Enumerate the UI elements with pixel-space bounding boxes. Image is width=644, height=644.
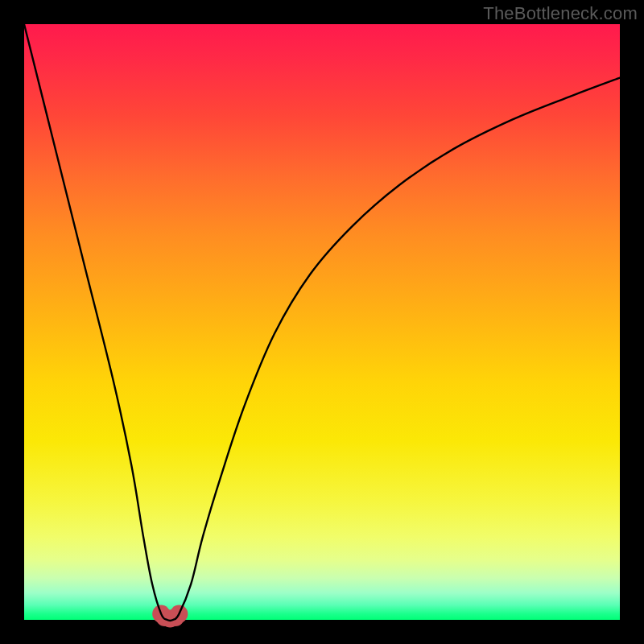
watermark-text: TheBottleneck.com: [483, 3, 638, 24]
chart-frame: TheBottleneck.com: [0, 0, 644, 644]
bottleneck-curve: [24, 24, 620, 621]
plot-area: [24, 24, 620, 620]
curve-svg: [24, 24, 620, 620]
